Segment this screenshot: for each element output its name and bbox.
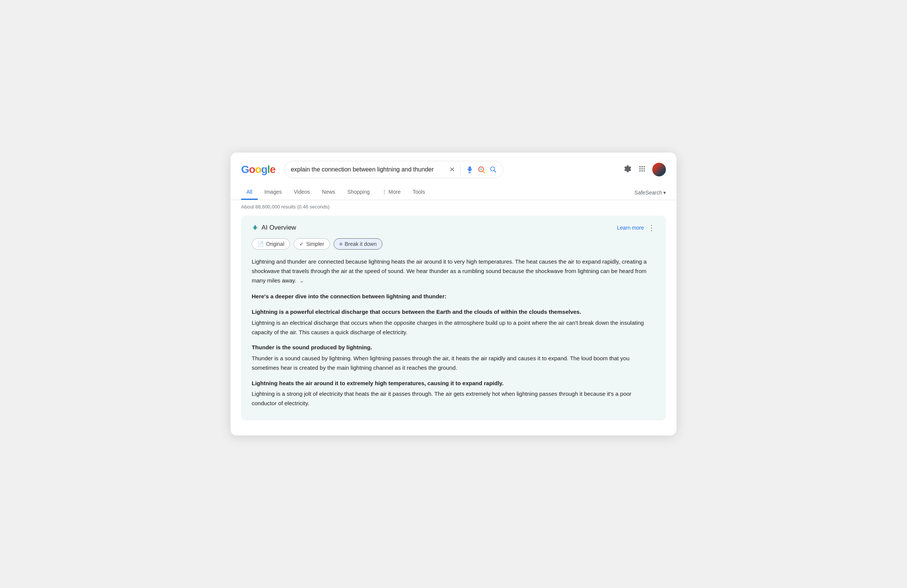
browser-window: Google ✕ bbox=[231, 153, 676, 435]
tab-shopping[interactable]: Shopping bbox=[342, 185, 375, 200]
search-button[interactable] bbox=[489, 166, 497, 173]
ai-subsection-body-3: Lightning is a strong jolt of electricit… bbox=[252, 389, 655, 408]
ai-diamond-icon bbox=[252, 224, 258, 231]
tab-images[interactable]: Images bbox=[259, 185, 287, 200]
results-count: About 88,600,000 results (0.46 seconds) bbox=[231, 200, 676, 213]
learn-more-link[interactable]: Learn more bbox=[617, 225, 644, 231]
safesearch-label: SafeSearch bbox=[635, 190, 662, 196]
logo-letter-o2: o bbox=[255, 163, 261, 176]
apps-icon[interactable] bbox=[638, 165, 646, 175]
ai-content: Lightning and thunder are connected beca… bbox=[252, 257, 655, 408]
header-right bbox=[623, 163, 666, 176]
tab-videos[interactable]: Videos bbox=[288, 185, 315, 200]
nav-tabs: All Images Videos News Shopping ⋮ More T… bbox=[231, 185, 676, 200]
ai-title-text: AI Overview bbox=[261, 224, 296, 232]
tab-tools[interactable]: Tools bbox=[407, 185, 431, 200]
ai-title: AI Overview bbox=[252, 224, 296, 232]
ai-more-icon[interactable]: ⋮ bbox=[648, 223, 655, 232]
pill-simpler-label: Simpler bbox=[306, 241, 324, 247]
avatar[interactable] bbox=[652, 163, 666, 176]
header: Google ✕ bbox=[231, 153, 676, 185]
svg-line-3 bbox=[483, 171, 485, 173]
search-input[interactable] bbox=[291, 166, 445, 173]
settings-icon[interactable] bbox=[623, 165, 632, 175]
search-divider bbox=[460, 165, 461, 174]
ai-section-title: Here's a deeper dive into the connection… bbox=[252, 292, 655, 301]
logo-letter-l: l bbox=[267, 163, 270, 176]
ai-subsection-title-3: Lightning heats the air around it to ext… bbox=[252, 379, 655, 388]
svg-marker-8 bbox=[252, 225, 258, 230]
ai-subsection-title-2: Thunder is the sound produced by lightni… bbox=[252, 343, 655, 352]
pill-breakdown-label: Break it down bbox=[345, 241, 377, 247]
ai-subsection-body-2: Thunder is a sound caused by lightning. … bbox=[252, 354, 655, 373]
lens-icon[interactable] bbox=[477, 165, 486, 174]
pill-original-label: Original bbox=[266, 241, 284, 247]
ai-overview-panel: AI Overview Learn more ⋮ 📄 Original ✓ Si… bbox=[241, 216, 666, 420]
logo-letter-g2: g bbox=[261, 163, 267, 176]
pill-simpler[interactable]: ✓ Simpler bbox=[294, 238, 330, 249]
ai-subsection-title-1: Lightning is a powerful electrical disch… bbox=[252, 307, 655, 317]
logo-letter-g: G bbox=[241, 163, 249, 176]
tab-more[interactable]: ⋮ More bbox=[377, 185, 406, 200]
safesearch-arrow: ▾ bbox=[663, 190, 666, 196]
pill-breakdown-icon: ≡ bbox=[340, 241, 342, 247]
google-logo[interactable]: Google bbox=[241, 163, 275, 176]
mic-icon[interactable] bbox=[466, 166, 474, 173]
ai-panel-header: AI Overview Learn more ⋮ bbox=[252, 223, 655, 232]
tab-all[interactable]: All bbox=[241, 185, 258, 200]
pill-simpler-icon: ✓ bbox=[299, 241, 304, 247]
logo-letter-e: e bbox=[270, 163, 276, 176]
expand-arrow[interactable]: ⌄ bbox=[299, 276, 304, 286]
safesearch-control[interactable]: SafeSearch ▾ bbox=[635, 190, 666, 196]
svg-line-6 bbox=[494, 170, 496, 172]
search-bar: ✕ bbox=[284, 161, 503, 178]
pill-original-icon: 📄 bbox=[257, 241, 264, 247]
ai-intro-text: Lightning and thunder are connected beca… bbox=[252, 257, 655, 285]
logo-letter-o1: o bbox=[249, 163, 255, 176]
tab-news[interactable]: News bbox=[317, 185, 340, 200]
pill-breakdown[interactable]: ≡ Break it down bbox=[334, 238, 383, 249]
clear-icon[interactable]: ✕ bbox=[449, 165, 455, 174]
svg-point-4 bbox=[480, 168, 482, 170]
pill-original[interactable]: 📄 Original bbox=[252, 238, 290, 249]
mode-pills: 📄 Original ✓ Simpler ≡ Break it down bbox=[252, 238, 655, 249]
ai-subsection-body-1: Lightning is an electrical discharge tha… bbox=[252, 318, 655, 337]
